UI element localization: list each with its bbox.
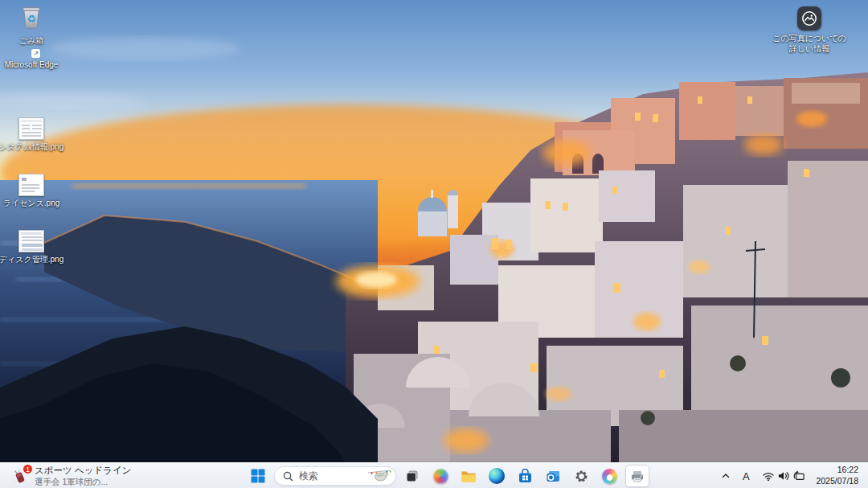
- tray-overflow-button[interactable]: [718, 465, 734, 486]
- desktop-icon-label: Microsoft Edge: [5, 60, 59, 70]
- shortcut-arrow-icon: ↗: [31, 49, 40, 58]
- outlook-button[interactable]: [541, 465, 565, 487]
- chevron-up-icon: [721, 471, 731, 481]
- spotlight-learn-more[interactable]: この写真についての 詳しい情報: [765, 6, 854, 54]
- file-explorer-button[interactable]: [457, 465, 481, 487]
- spotlight-picture-icon: [797, 6, 821, 31]
- desktop-icon-disk-management[interactable]: ディスク管理.png: [2, 230, 61, 265]
- settings-button[interactable]: [569, 465, 593, 487]
- news-title: スポーツ ヘッドライン: [35, 465, 132, 477]
- widgets-button[interactable]: 1 スポーツ ヘッドライン 選手会 1軍球団の...: [5, 463, 138, 488]
- paint-button[interactable]: [597, 465, 621, 487]
- desktop-icon-label: ライセンス.png: [3, 199, 60, 208]
- file-explorer-icon: [461, 469, 477, 483]
- paint-palette-icon: [602, 469, 617, 484]
- wifi-icon: [762, 470, 775, 482]
- sports-news-icon: 1: [11, 467, 29, 485]
- taskbar: 1 スポーツ ヘッドライン 選手会 1軍球団の...: [0, 462, 868, 488]
- news-badge: 1: [23, 464, 33, 474]
- image-thumbnail-icon: [18, 174, 44, 196]
- task-view-icon: [405, 469, 420, 483]
- search-highlight-bird-icon: [366, 468, 392, 484]
- active-app-printer-icon: [630, 470, 645, 483]
- clock-date: 2025/07/18: [816, 476, 858, 487]
- desktop-icon-label: システム情報.png: [0, 142, 63, 152]
- copilot-icon: [433, 469, 448, 484]
- search-label: 検索: [299, 470, 361, 483]
- edge-button[interactable]: [485, 465, 509, 487]
- search-box[interactable]: 検索: [274, 466, 396, 486]
- microsoft-store-button[interactable]: [513, 465, 537, 487]
- svg-text:♻: ♻: [27, 13, 36, 25]
- settings-gear-icon: [574, 469, 589, 484]
- recycle-bin-icon: ♻: [18, 3, 44, 34]
- news-headline: スポーツ ヘッドライン 選手会 1軍球団の...: [35, 465, 132, 486]
- microsoft-store-icon: [518, 469, 533, 484]
- desktop-icon-license[interactable]: ライセンス.png: [2, 174, 61, 208]
- desktop-icon-system-info[interactable]: システム情報.png: [2, 117, 61, 152]
- spotlight-label: この写真についての 詳しい情報: [772, 34, 846, 54]
- ime-mode-button[interactable]: A: [735, 465, 756, 486]
- wallpaper-santorini-sunset: [0, 0, 868, 488]
- update-restart-icon: [792, 470, 805, 482]
- active-app-button[interactable]: [625, 465, 649, 487]
- edge-icon: [489, 468, 505, 484]
- clock-time: 16:22: [816, 465, 858, 476]
- task-view-button[interactable]: [400, 465, 424, 487]
- clock[interactable]: 16:22 2025/07/18: [811, 465, 863, 486]
- image-thumbnail-icon: [18, 117, 44, 140]
- taskbar-center: 検索: [246, 463, 649, 488]
- system-tray: A: [718, 463, 866, 488]
- image-thumbnail-icon: [18, 230, 44, 252]
- desktop-icon-microsoft-edge[interactable]: ↗ Microsoft Edge: [2, 58, 61, 70]
- windows-logo-icon: [251, 469, 265, 483]
- start-button[interactable]: [246, 465, 270, 487]
- desktop-icon-label: ディスク管理.png: [0, 255, 63, 265]
- desktop-icon-recycle-bin[interactable]: ♻ ごみ箱: [2, 3, 61, 46]
- ime-mode-label: A: [739, 470, 753, 482]
- quick-settings-button[interactable]: [758, 465, 809, 486]
- desktop-icon-label: ごみ箱: [19, 36, 43, 46]
- volume-icon: [777, 470, 790, 482]
- news-subtitle: 選手会 1軍球団の...: [35, 477, 132, 487]
- copilot-button[interactable]: [428, 465, 452, 487]
- desktop-screen: ♻ ごみ箱 ↗ Microsoft Edge システム情報.png: [0, 0, 868, 488]
- outlook-icon: [546, 469, 561, 484]
- search-icon: [283, 471, 293, 482]
